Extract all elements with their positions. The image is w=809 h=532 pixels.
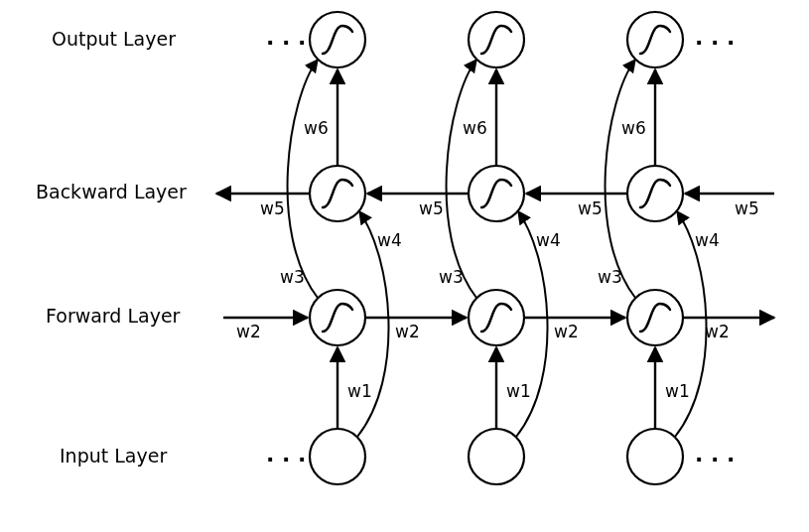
edge-w3-col3: w3: [598, 60, 635, 298]
svg-text:w6: w6: [463, 118, 487, 138]
svg-text:w3: w3: [598, 267, 622, 287]
svg-text:w4: w4: [695, 230, 720, 250]
svg-text:w2: w2: [554, 322, 579, 341]
ellipsis-output-right: . . .: [695, 25, 735, 50]
input-layer-label: Input Layer: [60, 445, 167, 466]
svg-text:w1: w1: [665, 381, 690, 401]
svg-text:w5: w5: [735, 199, 759, 218]
input-node-3: [627, 429, 683, 484]
edge-w1-col3: w1: [655, 347, 690, 429]
forward-node-3: [627, 290, 683, 345]
edge-w1-col2: w1: [496, 347, 531, 429]
edge-w1-col1: w1: [337, 347, 372, 429]
output-layer-label: Output Layer: [52, 28, 176, 50]
ellipsis-input-right: . . .: [695, 442, 735, 466]
backward-node-2: [469, 166, 524, 221]
svg-text:w4: w4: [377, 230, 402, 250]
ellipsis-output-left: . . .: [266, 25, 306, 50]
svg-text:w2: w2: [395, 322, 420, 341]
backward-node-3: [627, 166, 683, 221]
output-node-1: [310, 12, 365, 67]
output-node-2: [469, 12, 524, 67]
svg-text:w6: w6: [304, 118, 329, 138]
forward-layer-label: Forward Layer: [46, 305, 181, 327]
svg-text:w3: w3: [439, 267, 464, 287]
svg-text:w5: w5: [419, 199, 444, 218]
backward-layer-label: Backward Layer: [36, 181, 187, 202]
edge-w3-col1: w3: [280, 60, 318, 298]
edge-w6-col1: w6: [304, 69, 337, 166]
forward-node-2: [469, 290, 524, 345]
edge-w6-col2: w6: [463, 69, 496, 166]
backward-node-1: [310, 166, 365, 221]
svg-text:w4: w4: [536, 230, 561, 250]
input-node-1: [310, 429, 365, 484]
input-node-2: [469, 429, 524, 484]
svg-text:w2: w2: [236, 322, 261, 341]
svg-text:w6: w6: [621, 118, 646, 138]
svg-text:w2: w2: [705, 322, 730, 341]
svg-text:w1: w1: [506, 381, 531, 401]
forward-node-1: [310, 290, 365, 345]
svg-text:w5: w5: [260, 199, 285, 218]
ellipsis-input-left: . . .: [266, 442, 306, 466]
edge-w3-col2: w3: [439, 60, 476, 298]
svg-text:w3: w3: [280, 267, 305, 287]
svg-text:w5: w5: [578, 199, 603, 218]
svg-text:w1: w1: [347, 381, 372, 401]
output-node-3: [627, 12, 683, 67]
edge-w6-col3: w6: [621, 69, 655, 166]
